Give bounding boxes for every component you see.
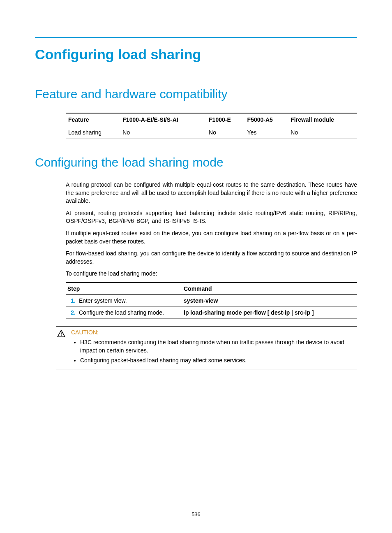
section-heading-config: Configuring the load sharing mode: [35, 155, 357, 169]
top-rule: [35, 37, 357, 38]
th-f1000a: F1000-A-EI/E-SI/S-AI: [120, 113, 206, 126]
paragraph: If multiple equal-cost routes exist on t…: [66, 229, 357, 246]
th-f5000a5: F5000-A5: [245, 113, 288, 126]
step-description: Enter system view.: [77, 294, 182, 306]
cell-c3: Yes: [245, 126, 288, 139]
paragraph: A routing protocol can be configured wit…: [66, 181, 357, 205]
th-command: Command: [182, 283, 357, 295]
svg-point-1: [61, 335, 62, 336]
list-item: Configuring packet-based load sharing ma…: [80, 356, 357, 364]
caution-list: H3C recommends configuring the load shar…: [71, 338, 357, 364]
step-description: Configure the load sharing mode.: [77, 306, 182, 318]
caution-icon: [56, 329, 66, 366]
section-heading-compat: Feature and hardware compatibility: [35, 87, 357, 101]
compat-table: Feature F1000-A-EI/E-SI/S-AI F1000-E F50…: [66, 113, 357, 139]
step-command: ip load-sharing mode per-flow [ dest-ip …: [182, 306, 357, 318]
paragraph: At present, routing protocols supporting…: [66, 209, 357, 225]
step-number: 2.: [66, 306, 77, 318]
cell-feature: Load sharing: [66, 126, 120, 139]
table-row: 1. Enter system view. system-view: [66, 294, 357, 306]
paragraph: To configure the load sharing mode:: [66, 270, 357, 278]
steps-table: Step Command 1. Enter system view. syste…: [66, 282, 357, 319]
table-row: Load sharing No No Yes No: [66, 126, 357, 139]
step-number: 1.: [66, 294, 77, 306]
table-row: 2. Configure the load sharing mode. ip l…: [66, 306, 357, 318]
table-header-row: Feature F1000-A-EI/E-SI/S-AI F1000-E F50…: [66, 113, 357, 126]
page-title: Configuring load sharing: [35, 46, 357, 63]
cell-c4: No: [288, 126, 357, 139]
cell-c1: No: [120, 126, 206, 139]
list-item: H3C recommends configuring the load shar…: [80, 338, 357, 355]
th-step: Step: [66, 283, 182, 295]
th-firewall: Firewall module: [288, 113, 357, 126]
th-feature: Feature: [66, 113, 120, 126]
caution-label: CAUTION:: [71, 329, 357, 336]
cell-c2: No: [206, 126, 245, 139]
paragraph: For flow-based load sharing, you can con…: [66, 250, 357, 266]
step-command: system-view: [182, 294, 357, 306]
page-number: 536: [0, 511, 392, 517]
table-header-row: Step Command: [66, 283, 357, 295]
th-f1000e: F1000-E: [206, 113, 245, 126]
